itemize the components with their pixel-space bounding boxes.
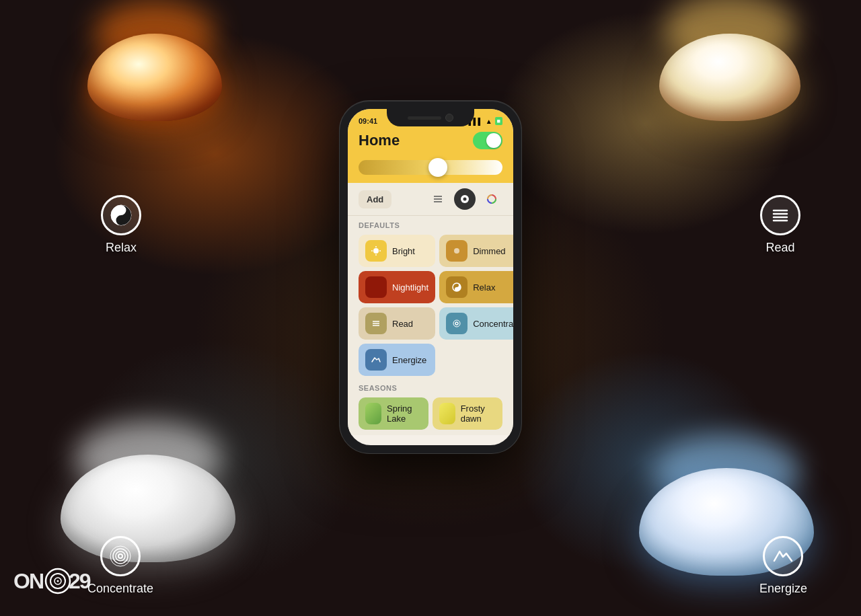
- scene-grid: Bright Dimmed Nightlight: [359, 235, 502, 376]
- spring-icon: [365, 403, 381, 424]
- svg-point-29: [453, 320, 460, 327]
- frosty-name: Frosty dawn: [461, 403, 496, 424]
- svg-point-28: [455, 322, 458, 325]
- bright-name: Bright: [392, 246, 415, 256]
- phone: 09:41 ▌▌▌ ▲ ■ Home: [340, 101, 521, 453]
- read-icon: [760, 195, 800, 235]
- svg-point-3: [770, 205, 790, 225]
- speaker: [408, 116, 441, 120]
- energize-tile-name: Energize: [392, 355, 426, 365]
- logo-text-2: 29: [69, 569, 90, 594]
- status-time: 09:41: [359, 117, 377, 125]
- svg-point-2: [119, 219, 123, 223]
- read-tile-icon: [365, 313, 387, 334]
- svg-point-33: [57, 580, 59, 582]
- add-button[interactable]: Add: [359, 190, 391, 208]
- svg-point-9: [116, 551, 125, 561]
- defaults-section: DEFAULTS Bright Dimmed: [348, 216, 513, 381]
- camera: [445, 114, 453, 122]
- relax-tile-icon: [446, 276, 467, 298]
- scene-tile-nightlight[interactable]: Nightlight: [359, 271, 435, 303]
- brightness-slider[interactable]: [359, 160, 502, 175]
- app-title: Home: [359, 132, 400, 149]
- energize-label: Energize: [759, 582, 807, 596]
- concentrate-tile-icon: [446, 313, 467, 334]
- season-tile-spring[interactable]: Spring Lake: [359, 397, 428, 430]
- scene-tile-energize[interactable]: Energize: [359, 344, 435, 376]
- read-tile-name: Read: [392, 319, 413, 329]
- concentrate-label: Concentrate: [87, 582, 153, 596]
- season-grid: Spring Lake Frosty dawn: [359, 397, 502, 430]
- defaults-label: DEFAULTS: [359, 221, 502, 229]
- scene-tile-relax[interactable]: Relax ✏: [439, 271, 513, 303]
- read-label: Read: [765, 241, 794, 255]
- relax-icon: [101, 195, 141, 235]
- grid-view-button[interactable]: [454, 188, 476, 210]
- frosty-icon: [439, 403, 455, 424]
- dimmed-icon: [446, 240, 467, 262]
- spring-name: Spring Lake: [387, 403, 422, 424]
- svg-point-1: [119, 208, 123, 213]
- relax-tile-name: Relax: [473, 282, 495, 293]
- battery-icon: ■: [495, 117, 502, 125]
- energize-icon: [763, 536, 803, 576]
- lamp-warm-orange: [81, 13, 229, 121]
- scene-tile-read[interactable]: Read: [359, 307, 435, 340]
- app-toolbar: Add: [348, 183, 513, 216]
- on29-logo: ON 29: [13, 566, 90, 596]
- phone-frame: 09:41 ▌▌▌ ▲ ■ Home: [340, 101, 521, 453]
- scene-energize-label: Energize: [759, 536, 807, 596]
- list-view-button[interactable]: [427, 188, 449, 210]
- status-icons: ▌▌▌ ▲ ■: [468, 117, 502, 125]
- svg-point-16: [463, 198, 467, 201]
- scene-read-label: Read: [760, 195, 800, 255]
- svg-point-8: [118, 554, 122, 558]
- phone-screen: 09:41 ▌▌▌ ▲ ■ Home: [348, 109, 513, 445]
- color-button[interactable]: [481, 188, 502, 210]
- seasons-section: SEASONS Spring Lake Frosty dawn: [348, 381, 513, 435]
- scene-tile-bright[interactable]: Bright: [359, 235, 435, 267]
- relax-label: Relax: [106, 241, 137, 255]
- wifi-icon: ▲: [486, 118, 492, 125]
- nightlight-name: Nightlight: [392, 282, 428, 293]
- svg-point-18: [373, 248, 379, 254]
- scene-relax-label: Relax: [101, 195, 141, 255]
- seasons-label: SEASONS: [359, 384, 502, 392]
- home-toggle[interactable]: [473, 132, 502, 149]
- nightlight-icon: [365, 276, 387, 298]
- phone-notch: [387, 109, 474, 126]
- concentrate-icon: [100, 536, 141, 576]
- slider-thumb: [428, 158, 447, 177]
- svg-point-23: [454, 248, 459, 254]
- brightness-slider-container: [348, 157, 513, 183]
- toggle-knob: [486, 133, 501, 148]
- app-header: Home: [348, 129, 513, 157]
- dimmed-name: Dimmed: [473, 246, 505, 256]
- scene-concentrate-label: Concentrate: [87, 536, 153, 596]
- concentrate-tile-name: Concentrate: [473, 319, 513, 329]
- lamp-warm-white: [652, 7, 807, 121]
- season-tile-frosty[interactable]: Frosty dawn: [433, 397, 502, 430]
- energize-tile-icon: [365, 349, 387, 371]
- bright-icon: [365, 240, 387, 262]
- scene-tile-concentrate[interactable]: Concentrate: [439, 307, 513, 340]
- scene-tile-dimmed[interactable]: Dimmed: [439, 235, 513, 267]
- logo-text: ON: [13, 569, 43, 594]
